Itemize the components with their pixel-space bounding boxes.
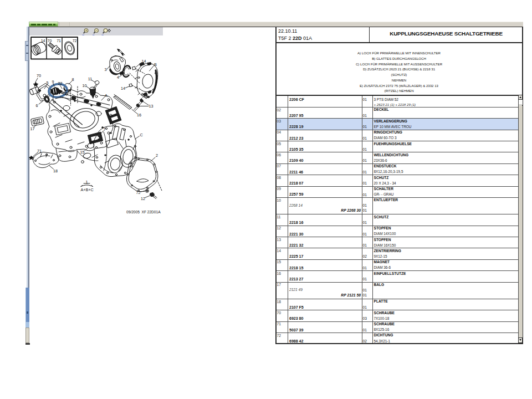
svg-text:10: 10: [83, 83, 87, 88]
svg-text:16: 16: [137, 112, 141, 117]
svg-text:14: 14: [41, 39, 45, 43]
svg-text:71: 71: [57, 39, 61, 43]
svg-text:70: 70: [48, 39, 52, 43]
svg-text:11: 11: [88, 76, 92, 81]
svg-text:18: 18: [53, 168, 58, 173]
svg-text:A: A: [105, 93, 108, 98]
svg-text:72: 72: [136, 190, 141, 195]
svg-text:72: 72: [73, 39, 77, 43]
svg-text:13: 13: [149, 104, 154, 109]
svg-text:4: 4: [117, 75, 119, 80]
svg-text:5: 5: [47, 80, 49, 85]
svg-text:17: 17: [30, 126, 35, 131]
svg-text:9: 9: [52, 79, 54, 84]
svg-text:1: 1: [86, 180, 88, 185]
svg-text:22: 22: [58, 81, 63, 86]
svg-text:14: 14: [121, 86, 125, 91]
svg-text:7: 7: [104, 127, 106, 132]
svg-text:12: 12: [141, 196, 145, 201]
svg-text:6: 6: [36, 103, 38, 108]
svg-text:A+B+C: A+B+C: [80, 187, 93, 192]
svg-text:3: 3: [105, 67, 107, 72]
svg-text:70: 70: [37, 73, 41, 78]
svg-text:B: B: [154, 62, 157, 67]
svg-text:2: 2: [156, 153, 158, 158]
svg-text:71: 71: [37, 149, 42, 154]
svg-text:14: 14: [142, 59, 146, 64]
svg-text:8: 8: [72, 77, 74, 82]
svg-text:15: 15: [80, 150, 85, 155]
svg-text:C: C: [140, 132, 142, 137]
